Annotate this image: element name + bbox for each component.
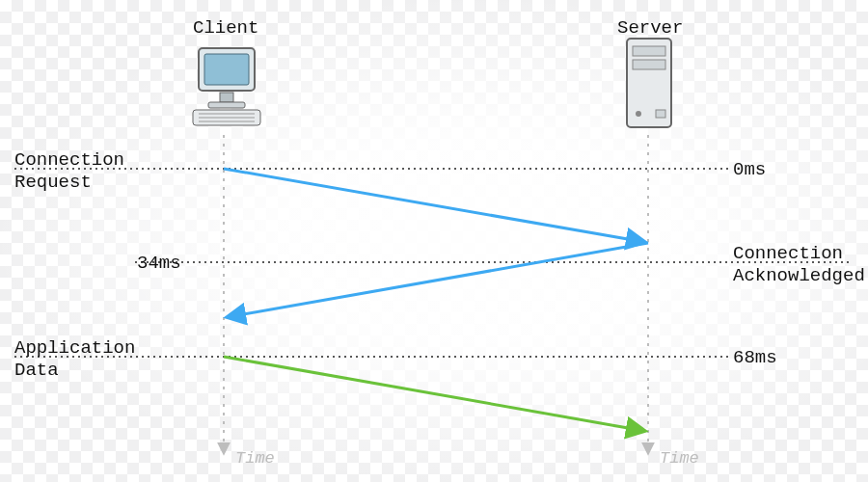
svg-point-11	[636, 111, 641, 117]
label-conn-ack-l1: Connection	[733, 243, 843, 265]
svg-rect-12	[656, 110, 665, 118]
svg-rect-1	[204, 54, 249, 85]
client-computer-icon	[193, 48, 260, 125]
icons-and-lines	[0, 0, 868, 482]
label-conn-req-l2: Request	[14, 172, 92, 194]
server-time-caption: Time	[660, 449, 699, 468]
svg-rect-2	[220, 93, 233, 102]
svg-rect-3	[208, 102, 245, 108]
label-conn-req-l1: Connection	[14, 149, 124, 172]
arrow-conn-ack	[228, 243, 648, 317]
client-time-caption: Time	[235, 449, 275, 468]
label-68ms: 68ms	[733, 347, 777, 369]
arrow-conn-req	[224, 169, 644, 242]
label-conn-ack-l2: Acknowledged	[733, 265, 865, 287]
diagram-root: Client Server	[0, 0, 868, 482]
label-app-data-l1: Application	[14, 337, 135, 360]
server-tower-icon	[627, 39, 671, 127]
label-34ms: 34ms	[137, 253, 181, 275]
arrow-app-data	[224, 357, 644, 431]
svg-rect-9	[633, 46, 665, 56]
label-app-data-l2: Data	[14, 360, 59, 382]
label-0ms: 0ms	[733, 159, 766, 181]
svg-rect-10	[633, 60, 665, 69]
